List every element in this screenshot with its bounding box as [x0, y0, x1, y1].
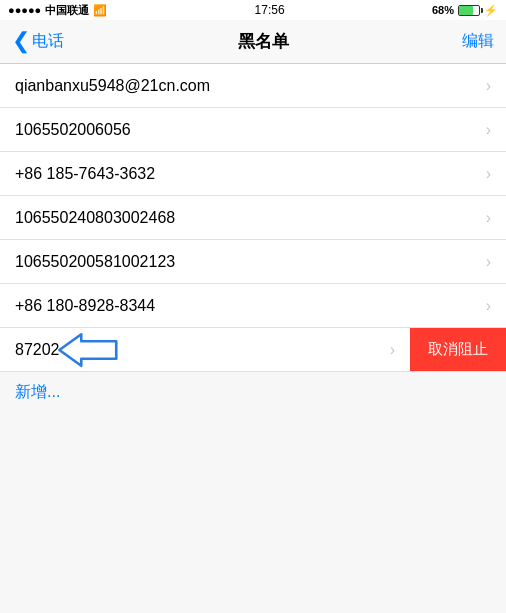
- unblock-button[interactable]: 取消阻止: [410, 328, 506, 371]
- chevron-right-icon: ›: [486, 77, 491, 95]
- carrier-label: 中国联通: [45, 3, 89, 18]
- list-item[interactable]: +86 185-7643-3632 ›: [0, 152, 506, 196]
- chevron-right-icon: ›: [486, 209, 491, 227]
- list-item[interactable]: +86 180-8928-8344 ›: [0, 284, 506, 328]
- nav-bar: ❮ 电话 黑名单 编辑: [0, 20, 506, 64]
- blacklist-container: qianbanxu5948@21cn.com › 1065502006056 ›…: [0, 64, 506, 372]
- page-title: 黑名单: [238, 30, 289, 53]
- chevron-right-icon: ›: [486, 121, 491, 139]
- edit-button[interactable]: 编辑: [462, 31, 494, 52]
- status-bar: ●●●●● 中国联通 📶 17:56 68% ⚡: [0, 0, 506, 20]
- chevron-right-icon: ›: [486, 253, 491, 271]
- wifi-icon: 📶: [93, 4, 107, 17]
- battery-percent: 68%: [432, 4, 454, 16]
- list-item[interactable]: 106550200581002123 ›: [0, 240, 506, 284]
- list-item[interactable]: 1065502006056 ›: [0, 108, 506, 152]
- status-time: 17:56: [255, 3, 285, 17]
- status-right: 68% ⚡: [432, 4, 498, 17]
- charging-icon: ⚡: [484, 4, 498, 17]
- footer: 新增...: [0, 372, 506, 413]
- add-new-button[interactable]: 新增...: [15, 383, 60, 400]
- list-item-text: 106550200581002123: [15, 253, 486, 271]
- back-chevron-icon: ❮: [12, 28, 30, 54]
- left-arrow-icon: [55, 330, 125, 370]
- arrow-annotation: [55, 330, 125, 370]
- chevron-right-icon: ›: [486, 165, 491, 183]
- swipe-action-row[interactable]: 87202 › 取消阻止: [0, 328, 506, 372]
- status-left: ●●●●● 中国联通 📶: [8, 3, 107, 18]
- list-item-text: qianbanxu5948@21cn.com: [15, 77, 486, 95]
- list-item-text: +86 180-8928-8344: [15, 297, 486, 315]
- chevron-right-icon: ›: [486, 297, 491, 315]
- battery-icon: [458, 5, 480, 16]
- list-item-text: 106550240803002468: [15, 209, 486, 227]
- svg-marker-0: [59, 334, 116, 366]
- chevron-right-icon: ›: [390, 341, 395, 359]
- list-item-text: 1065502006056: [15, 121, 486, 139]
- back-button[interactable]: ❮ 电话: [12, 30, 64, 54]
- back-label: 电话: [32, 31, 64, 52]
- swipe-row-content: 87202 ›: [0, 328, 410, 371]
- signal-dots: ●●●●●: [8, 4, 41, 16]
- list-item[interactable]: 106550240803002468 ›: [0, 196, 506, 240]
- list-item-text: +86 185-7643-3632: [15, 165, 486, 183]
- list-item[interactable]: qianbanxu5948@21cn.com ›: [0, 64, 506, 108]
